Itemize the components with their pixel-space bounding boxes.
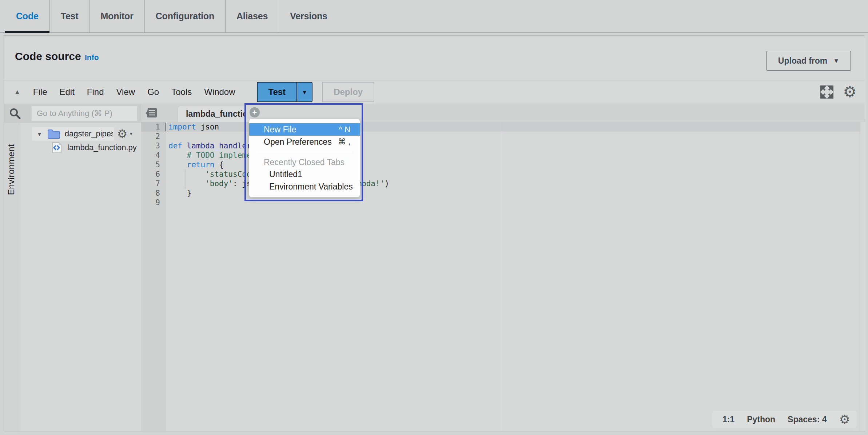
test-button[interactable]: Test	[258, 83, 297, 101]
folder-disclosure-icon[interactable]: ▼	[37, 131, 42, 137]
page-title: Code source	[15, 50, 81, 63]
goto-anything-band	[4, 104, 141, 123]
text-cursor	[166, 123, 166, 131]
tree-settings-gear-icon[interactable]: ⚙	[117, 128, 128, 140]
menu-item-new-file[interactable]: New File ^ N	[249, 123, 360, 136]
upload-from-label: Upload from	[778, 56, 827, 66]
menubar-right-icons: ⚙	[820, 84, 865, 100]
menu-item-shortcut: ⌘ ,	[338, 137, 350, 147]
test-button-caret[interactable]: ▼	[296, 83, 312, 101]
menu-go[interactable]: Go	[141, 87, 165, 97]
function-tabs: Code Test Monitor Configuration Aliases …	[0, 0, 868, 33]
spaces-setting[interactable]: Spaces: 4	[788, 415, 827, 424]
file-tree-panel: ▼ dagster_pipes_funct ⚙ ▼ lambda_functio…	[20, 123, 141, 431]
environment-tab-strip: Environment	[4, 123, 20, 431]
menu-item-label: New File	[264, 125, 296, 135]
editor-tab-label: lambda_function	[186, 109, 253, 119]
line-number-gutter: 123456789	[141, 122, 166, 431]
menu-tools[interactable]: Tools	[165, 87, 198, 97]
tree-settings-caret-icon[interactable]: ▼	[129, 131, 134, 136]
editor-menubar: ▲ File Edit Find View Go Tools Window Te…	[4, 80, 865, 104]
code-source-card: Code source Info Upload from ▼ ▲ File Ed…	[4, 35, 865, 431]
menu-items: File Edit Find View Go Tools Window	[27, 87, 242, 97]
line-number: 3	[141, 141, 166, 151]
menu-item-label: Open Preferences	[264, 137, 332, 147]
test-split-button: Test ▼	[257, 82, 313, 102]
dropdown-menu: New File ^ N Open Preferences ⌘ , Recent…	[249, 119, 360, 197]
line-number: 8	[141, 188, 166, 198]
menu-item-environment-variables[interactable]: Environment Variables	[249, 180, 360, 193]
indent-guide	[186, 170, 186, 188]
menu-item-untitled1[interactable]: Untitled1	[249, 168, 360, 180]
tab-code[interactable]: Code	[5, 0, 49, 32]
dropdown-topstrip: +	[246, 105, 362, 119]
python-file-icon	[51, 142, 62, 153]
recently-closed-tabs-label: Recently Closed Tabs	[249, 156, 360, 168]
line-number: 4	[141, 151, 166, 160]
print-margin-ruler	[503, 122, 503, 431]
file-name: lambda_function.py	[67, 143, 137, 152]
info-link[interactable]: Info	[85, 53, 99, 62]
code-source-header: Code source Info Upload from ▼	[4, 36, 865, 80]
menu-find[interactable]: Find	[81, 87, 110, 97]
tab-versions[interactable]: Versions	[279, 0, 338, 32]
folder-icon	[47, 129, 60, 139]
line-number: 5	[141, 160, 166, 169]
tree-row-file[interactable]: lambda_function.py	[20, 141, 141, 155]
tab-configuration[interactable]: Configuration	[144, 0, 225, 32]
tab-list-icon[interactable]	[145, 107, 157, 118]
cursor-position[interactable]: 1:1	[722, 415, 734, 424]
editor-right-edge	[860, 122, 860, 431]
line-number: 7	[141, 179, 166, 188]
line-number: 2	[141, 132, 166, 141]
line-number: 1	[141, 122, 166, 132]
line-number: 6	[141, 169, 166, 179]
editor-settings-gear-icon[interactable]: ⚙	[843, 84, 857, 100]
editor-statusbar: 1:1 Python Spaces: 4 ⚙	[712, 411, 857, 428]
collapse-panel-icon[interactable]: ▲	[14, 88, 20, 96]
search-icon[interactable]	[9, 108, 21, 119]
deploy-button[interactable]: Deploy	[322, 82, 374, 102]
menu-file[interactable]: File	[27, 87, 53, 97]
caret-down-icon: ▼	[833, 58, 839, 64]
environment-tab[interactable]: Environment	[6, 144, 16, 195]
line-number: 9	[141, 198, 166, 207]
upload-from-button[interactable]: Upload from ▼	[767, 51, 851, 71]
menu-edit[interactable]: Edit	[53, 87, 81, 97]
folder-name: dagster_pipes_funct	[65, 129, 113, 139]
fullscreen-icon[interactable]	[820, 85, 833, 99]
statusbar-gear-icon[interactable]: ⚙	[839, 413, 850, 426]
menu-separator	[256, 152, 353, 152]
new-tab-dropdown: + New File ^ N Open Preferences ⌘ , Rece…	[244, 103, 363, 201]
editor-content-region: Environment ▼ dagster_pipes_funct ⚙ ▼	[4, 104, 865, 431]
menu-window[interactable]: Window	[198, 87, 241, 97]
tab-monitor[interactable]: Monitor	[89, 0, 144, 32]
plus-icon[interactable]: +	[250, 107, 260, 117]
language-mode[interactable]: Python	[747, 415, 775, 424]
menu-view[interactable]: View	[110, 87, 142, 97]
menu-item-shortcut: ^ N	[339, 125, 350, 134]
tab-aliases[interactable]: Aliases	[225, 0, 279, 32]
goto-anything-input[interactable]	[32, 106, 137, 121]
tab-test[interactable]: Test	[49, 0, 89, 32]
tree-row-folder[interactable]: ▼ dagster_pipes_funct ⚙ ▼	[20, 127, 141, 141]
menu-item-open-preferences[interactable]: Open Preferences ⌘ ,	[249, 136, 360, 148]
